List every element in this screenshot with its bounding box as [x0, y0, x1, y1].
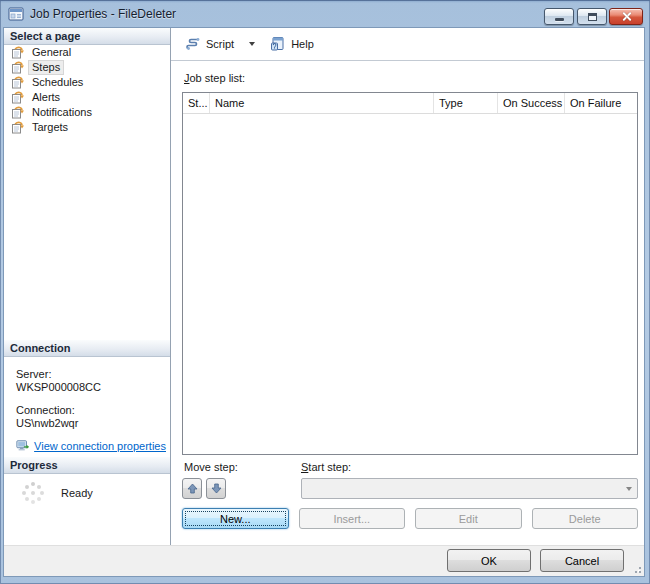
dialog-content: Select a page General — [4, 28, 644, 545]
page-icon — [11, 76, 24, 89]
sidebar-item-label: Schedules — [29, 76, 86, 89]
sidebar-item-general[interactable]: General — [4, 45, 170, 60]
sidebar-item-label: General — [29, 46, 74, 59]
column-header-step[interactable]: St... — [183, 93, 210, 113]
page-icon — [11, 91, 24, 104]
sidebar-item-alerts[interactable]: Alerts — [4, 90, 170, 105]
column-header-on-success[interactable]: On Success — [498, 93, 565, 113]
window-icon — [8, 6, 24, 22]
ok-button[interactable]: OK — [447, 549, 531, 572]
progress-area: Ready — [20, 480, 93, 506]
main-panel: Script Help Job — [171, 28, 644, 545]
sidebar: Select a page General — [4, 28, 171, 545]
help-button[interactable]: Help — [266, 33, 318, 55]
arrow-up-icon — [187, 483, 198, 494]
job-step-list-header: St... Name Type On Success On Failure — [183, 93, 637, 114]
script-icon — [185, 36, 201, 52]
view-connection-properties-link[interactable]: View connection properties — [34, 440, 166, 453]
sidebar-item-label: Steps — [29, 61, 63, 74]
script-button[interactable]: Script — [181, 33, 238, 55]
page-icon — [11, 121, 24, 134]
script-label: Script — [206, 38, 234, 50]
move-step-label: Move step: — [184, 461, 238, 473]
toolbar: Script Help — [171, 28, 644, 61]
page-icon — [11, 46, 24, 59]
job-step-list-body[interactable] — [183, 114, 637, 455]
help-icon — [270, 36, 286, 52]
job-step-list-label: Job step list: — [184, 72, 245, 84]
combo-dropdown[interactable] — [621, 487, 637, 491]
connection-header: Connection — [4, 340, 170, 357]
sidebar-item-schedules[interactable]: Schedules — [4, 75, 170, 90]
move-step-controls — [182, 478, 226, 499]
close-button[interactable] — [609, 8, 643, 25]
titlebar: Job Properties - FileDeleter — [0, 0, 650, 28]
maximize-button[interactable] — [577, 8, 607, 25]
page-tree: General Steps — [4, 45, 170, 135]
resize-grip[interactable] — [631, 563, 641, 573]
start-step-combobox[interactable] — [301, 478, 638, 499]
column-header-on-failure[interactable]: On Failure — [565, 93, 637, 113]
arrow-down-icon — [211, 483, 222, 494]
cancel-button[interactable]: Cancel — [540, 549, 624, 572]
column-header-name[interactable]: Name — [210, 93, 434, 113]
close-icon — [622, 12, 631, 21]
sidebar-item-targets[interactable]: Targets — [4, 120, 170, 135]
script-dropdown-button[interactable] — [242, 39, 262, 49]
page-icon — [11, 106, 24, 119]
sidebar-item-label: Notifications — [29, 106, 95, 119]
connection-value: US\nwb2wqr — [16, 417, 166, 430]
edit-button[interactable]: Edit — [415, 508, 522, 529]
insert-button[interactable]: Insert... — [299, 508, 406, 529]
dialog-body: Select a page General — [4, 28, 644, 576]
delete-button[interactable]: Delete — [532, 508, 639, 529]
minimize-button[interactable] — [544, 8, 574, 25]
start-step-label: Start step: — [301, 461, 351, 473]
window-title: Job Properties - FileDeleter — [30, 7, 176, 21]
sidebar-item-notifications[interactable]: Notifications — [4, 105, 170, 120]
sidebar-item-label: Alerts — [29, 91, 63, 104]
page-icon — [11, 61, 24, 74]
connection-info: Server: WKSP000008CC Connection: US\nwb2… — [16, 368, 166, 453]
select-a-page-header: Select a page — [4, 28, 170, 45]
footer-bar: OK Cancel — [4, 545, 644, 576]
connection-label: Connection: — [16, 404, 166, 417]
column-header-type[interactable]: Type — [434, 93, 498, 113]
minimize-icon — [555, 18, 564, 21]
chevron-down-icon — [626, 487, 632, 491]
sidebar-item-steps[interactable]: Steps — [4, 60, 170, 75]
job-step-list[interactable]: St... Name Type On Success On Failure — [182, 92, 638, 455]
move-step-up-button[interactable] — [182, 478, 202, 499]
server-value: WKSP000008CC — [16, 381, 166, 394]
progress-spinner-icon — [20, 480, 46, 506]
sidebar-item-label: Targets — [29, 121, 71, 134]
chevron-down-icon — [249, 42, 255, 46]
progress-header: Progress — [4, 457, 170, 474]
maximize-icon — [588, 13, 597, 21]
progress-status: Ready — [61, 487, 93, 499]
step-action-buttons: New... Insert... Edit Delete — [182, 508, 638, 529]
connection-properties-icon — [16, 439, 29, 453]
server-label: Server: — [16, 368, 166, 381]
new-button[interactable]: New... — [182, 508, 289, 529]
move-step-down-button[interactable] — [206, 478, 226, 499]
help-label: Help — [291, 38, 314, 50]
job-properties-window: Job Properties - FileDeleter Select a pa… — [0, 0, 650, 584]
